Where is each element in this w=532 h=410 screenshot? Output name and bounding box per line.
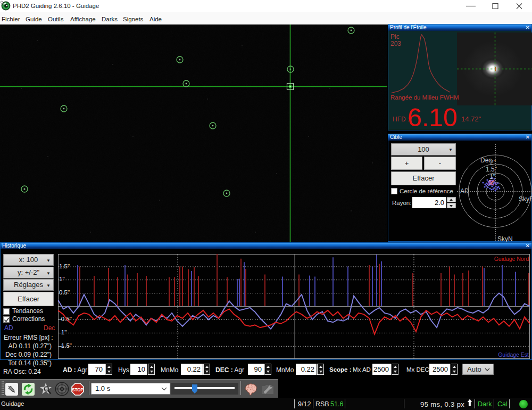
svg-text:2": 2" [490, 159, 496, 166]
svg-text:-1.5": -1.5" [59, 342, 72, 349]
svg-text:0.5": 0.5" [59, 289, 70, 296]
svg-text:1.5": 1.5" [486, 166, 497, 173]
svg-text:1": 1" [59, 276, 64, 282]
svg-text:-1": -1" [59, 329, 66, 335]
svg-text:AD: AD [460, 187, 469, 195]
svg-text:SkyE: SkyE [519, 195, 532, 203]
svg-text:Guidage Nord: Guidage Nord [494, 256, 529, 262]
svg-text:SkyN: SkyN [497, 235, 513, 242]
svg-text:1.5": 1.5" [59, 263, 70, 269]
svg-text:Guidage Est: Guidage Est [498, 351, 529, 358]
svg-text:STOP: STOP [72, 388, 84, 392]
